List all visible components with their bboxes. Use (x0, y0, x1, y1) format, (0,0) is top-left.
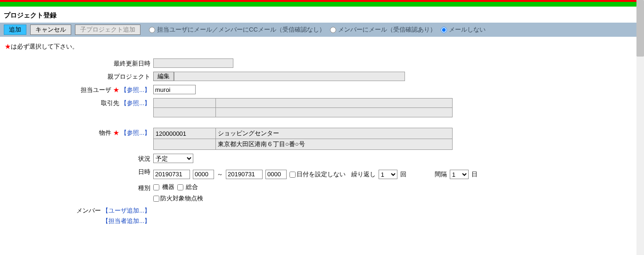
scrollbar-track[interactable] (636, 0, 644, 237)
add-child-project-button[interactable]: 子プロジェクト追加 (75, 25, 140, 35)
row-member-2: 【担当者追加...】 (0, 217, 644, 227)
mail-radio-0[interactable] (149, 27, 155, 33)
type-0[interactable]: 機器 (153, 183, 174, 191)
interval-select[interactable]: 1 (450, 170, 469, 179)
mail-label-0: 担当ユーザにメール／メンバーにCCメール（受信確認なし） (157, 25, 325, 34)
label-type: 種別 (138, 184, 150, 191)
add-button[interactable]: 追加 (4, 25, 26, 35)
mail-option-0[interactable]: 担当ユーザにメール／メンバーにCCメール（受信確認なし） (146, 25, 325, 34)
parent-project-value (174, 72, 405, 81)
type-label-1: 総合 (186, 183, 198, 190)
type-checkbox-1[interactable] (177, 184, 183, 190)
client-ref-link[interactable]: 【参照...】 (121, 99, 150, 107)
status-select[interactable]: 予定 (153, 154, 193, 163)
form: 最終更新日時 親プロジェクト 編集 担当ユーザ ★ 【参照...】 取引先 【参… (0, 55, 644, 237)
last-update-value (153, 58, 233, 68)
label-repeat: 繰り返し (347, 170, 376, 179)
mail-label-2: メールしない (449, 25, 486, 34)
label-assigned-user: 担当ユーザ (81, 86, 111, 93)
client-table (153, 98, 453, 117)
cancel-button[interactable]: キャンセル (30, 25, 71, 35)
page-title: プロジェクト登録 (0, 7, 644, 23)
row-datetime: 日時 ～ 日付を設定しない 繰り返し 1 回 間隔 1 日 (0, 165, 644, 181)
type-checkbox-0[interactable] (153, 184, 159, 190)
row-type: 種別 機器 総合 防火対象物点検 (0, 181, 644, 205)
toolbar: 追加 キャンセル 子プロジェクト追加 担当ユーザにメール／メンバーにCCメール（… (0, 23, 644, 37)
member-user-add-link[interactable]: 【ユーザ追加...】 (102, 207, 150, 214)
date-not-set-label[interactable]: 日付を設定しない (289, 170, 346, 179)
mail-radio-2[interactable] (441, 27, 447, 33)
property-required: ★ (113, 129, 119, 136)
property-name: ショッピングセンター (216, 128, 453, 139)
label-client: 取引先 (101, 99, 119, 107)
mail-radio-1[interactable] (330, 27, 336, 33)
property-code: 120000001 (154, 128, 216, 139)
required-star: ★ (5, 43, 11, 50)
property-blank (154, 139, 216, 150)
time-to-input[interactable] (265, 170, 287, 179)
date-not-set-text: 日付を設定しない (297, 171, 346, 178)
client-name (216, 99, 453, 108)
repeat-select[interactable]: 1 (379, 170, 397, 179)
mail-options: 担当ユーザにメール／メンバーにCCメール（受信確認なし） メンバーにメール（受信… (146, 25, 486, 34)
mail-label-1: メンバーにメール（受信確認あり） (338, 25, 436, 34)
mail-option-1[interactable]: メンバーにメール（受信確認あり） (327, 25, 436, 34)
date-to-input[interactable] (226, 170, 263, 179)
assigned-user-input[interactable] (153, 85, 196, 94)
date-not-set-checkbox[interactable] (289, 172, 296, 178)
label-datetime: 日時 (138, 168, 150, 175)
label-property: 物件 (99, 129, 111, 136)
label-interval: 間隔 (409, 170, 447, 179)
mail-option-2[interactable]: メールしない (438, 25, 486, 34)
row-property: 物件 ★ 【参照...】 120000001ショッピングセンター 東京都大田区港… (0, 126, 644, 152)
client-blank (154, 108, 216, 117)
required-note: ★は必ず選択して下さい。 (0, 37, 644, 55)
label-last-update: 最終更新日時 (114, 60, 150, 67)
client-code (154, 99, 216, 108)
type-2[interactable]: 防火対象物点検 (153, 195, 203, 202)
interval-unit: 日 (471, 170, 478, 179)
row-member: メンバー 【ユーザ追加...】 (0, 205, 644, 217)
assigned-user-required: ★ (113, 86, 119, 93)
datetime-line1: ～ 日付を設定しない (153, 170, 346, 179)
repeat-unit: 回 (400, 170, 406, 179)
row-last-update: 最終更新日時 (0, 57, 644, 70)
date-from-input[interactable] (153, 170, 190, 179)
required-text: は必ず選択して下さい。 (11, 43, 78, 50)
time-from-input[interactable] (193, 170, 214, 179)
type-line1: 機器 総合 (153, 183, 198, 191)
type-line2: 防火対象物点検 (153, 194, 644, 203)
parent-project-edit-button[interactable]: 編集 (153, 72, 174, 81)
row-parent-project: 親プロジェクト 編集 (0, 70, 644, 83)
type-1[interactable]: 総合 (177, 183, 198, 191)
client-addr (216, 108, 453, 117)
type-label-0: 機器 (162, 183, 174, 190)
row-client: 取引先 【参照...】 (0, 96, 644, 119)
row-status: 状況 予定 (0, 152, 644, 165)
label-member: メンバー (76, 207, 101, 214)
datetime-line2: 繰り返し 1 回 間隔 1 日 (347, 170, 478, 179)
row-assigned-user: 担当ユーザ ★ 【参照...】 (0, 83, 644, 96)
label-status: 状況 (138, 155, 150, 162)
label-parent-project: 親プロジェクト (107, 73, 150, 80)
property-ref-link[interactable]: 【参照...】 (121, 129, 150, 136)
property-addr: 東京都大田区港南６丁目○番○号 (216, 139, 453, 150)
scrollbar-thumb[interactable] (636, 0, 644, 57)
type-checkbox-2[interactable] (153, 196, 159, 202)
datetime-tilde: ～ (217, 170, 223, 179)
property-table: 120000001ショッピングセンター 東京都大田区港南６丁目○番○号 (153, 128, 453, 150)
member-tanto-add-link[interactable]: 【担当者追加...】 (102, 217, 150, 224)
assigned-user-ref-link[interactable]: 【参照...】 (121, 86, 150, 93)
type-label-2: 防火対象物点検 (160, 195, 203, 202)
top-green-bar (0, 2, 644, 7)
